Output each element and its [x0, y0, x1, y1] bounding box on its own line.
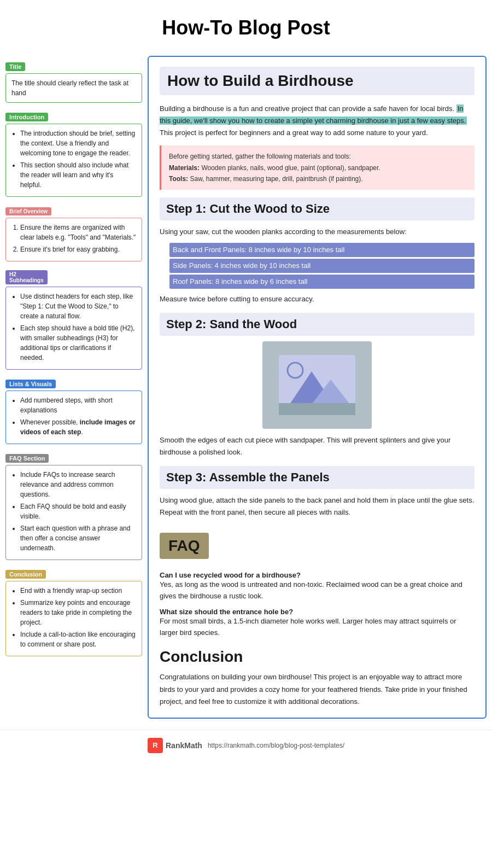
- overview-item-2: Ensure it's brief for easy grabbing.: [20, 244, 136, 254]
- title-box: The title should clearly reflect the tas…: [5, 73, 142, 103]
- sidebar-faq-section: FAQ Section Include FAQs to increase sea…: [5, 453, 142, 560]
- article-intro: Building a birdhouse is a fun and creati…: [160, 103, 475, 139]
- materials-intro: Before getting started, gather the follo…: [169, 153, 351, 160]
- overview-label: Brief Overview: [5, 207, 51, 215]
- conclusion-item-2: Summarize key points and encourage reade…: [20, 598, 136, 627]
- intro-text-end: This project is perfect for beginners an…: [160, 129, 428, 137]
- faq-heading: FAQ: [160, 533, 209, 559]
- step1-item-2: Side Panels: 4 inches wide by 10 inches …: [169, 259, 475, 273]
- title-label: Title: [5, 62, 25, 71]
- faq-item-3: Start each question with a phrase and th…: [20, 523, 136, 553]
- content-area: How to Build a Birdhouse Building a bird…: [148, 56, 487, 719]
- sidebar-lists-section: Lists & Visuals Add numbered steps, with…: [5, 378, 142, 444]
- step3-text: Using wood glue, attach the side panels …: [160, 494, 475, 519]
- rankmath-logo: R RankMath: [148, 738, 202, 753]
- svg-rect-4: [279, 403, 355, 415]
- sidebar-conclusion-section: Conclusion End with a friendly wrap-up s…: [5, 569, 142, 656]
- step1-item-3: Roof Panels: 8 inches wide by 6 inches t…: [169, 275, 475, 289]
- faq-label: FAQ Section: [5, 454, 49, 463]
- intro-label: Introduction: [5, 113, 48, 121]
- h2-item-2: Each step should have a bold title (H2),…: [20, 323, 136, 363]
- step2-heading: Step 2: Sand the Wood: [160, 313, 475, 336]
- rm-icon: R: [148, 738, 163, 753]
- conclusion-heading: Conclusion: [160, 648, 475, 666]
- step2-image: [262, 341, 372, 429]
- step2-caption: Smooth the edges of each cut piece with …: [160, 434, 475, 458]
- faq-box: Include FAQs to increase search relevanc…: [5, 465, 142, 560]
- materials-list: Wooden planks, nails, wood glue, paint (…: [201, 164, 380, 172]
- conclusion-item-3: Include a call-to-action like encouragin…: [20, 630, 136, 649]
- footer-url: https://rankmath.com/blog/blog-post-temp…: [208, 742, 344, 749]
- overview-item-1: Ensure the items are organized with clea…: [20, 223, 136, 242]
- conclusion-item-1: End with a friendly wrap-up section: [20, 586, 136, 596]
- main-layout: Title The title should clearly reflect t…: [0, 50, 492, 724]
- conclusion-label: Conclusion: [5, 570, 46, 579]
- conclusion-text: Congratulations on building your own bir…: [160, 671, 475, 707]
- sidebar-h2-section: H2Subheadings Use distinct headers for e…: [5, 270, 142, 370]
- intro-text-start: Building a birdhouse is a fun and creati…: [160, 104, 454, 113]
- tools-list: Saw, hammer, measuring tape, drill, pain…: [190, 175, 362, 183]
- brand-name: RankMath: [166, 741, 202, 750]
- materials-box: Before getting started, gather the follo…: [160, 145, 475, 190]
- step1-item-1: Back and Front Panels: 8 inches wide by …: [169, 243, 475, 257]
- faq-q2: What size should the entrance hole be?: [160, 608, 475, 616]
- lists-label: Lists & Visuals: [5, 380, 56, 388]
- faq-a2: For most small birds, a 1.5-inch diamete…: [160, 616, 475, 639]
- conclusion-section: Conclusion Congratulations on building y…: [160, 648, 475, 707]
- overview-box: Ensure the items are organized with clea…: [5, 218, 142, 261]
- faq-item-1: Include FAQs to increase search relevanc…: [20, 470, 136, 499]
- faq-q1: Can I use recycled wood for a birdhouse?: [160, 571, 475, 579]
- sidebar-title-section: Title The title should clearly reflect t…: [5, 61, 142, 103]
- lists-box: Add numbered steps, with short explanati…: [5, 391, 142, 444]
- lists-item-1: Add numbered steps, with short explanati…: [20, 395, 136, 415]
- h2-box: Use distinct headers for each step, like…: [5, 287, 142, 370]
- step1-intro: Using your saw, cut the wooden planks ac…: [160, 226, 475, 238]
- title-description: The title should clearly reflect the tas…: [11, 79, 128, 97]
- step1-list: Back and Front Panels: 8 inches wide by …: [169, 243, 475, 289]
- intro-item-2: This section should also include what th…: [20, 160, 136, 190]
- sidebar-overview-section: Brief Overview Ensure the items are orga…: [5, 206, 142, 261]
- faq-a1: Yes, as long as the wood is untreated an…: [160, 579, 475, 602]
- h2-item-1: Use distinct headers for each step, like…: [20, 292, 136, 321]
- step1-footer: Measure twice before cutting to ensure a…: [160, 293, 475, 305]
- h2-label: H2Subheadings: [5, 270, 48, 284]
- faq-item-2: Each FAQ should be bold and easily visib…: [20, 502, 136, 521]
- footer: R RankMath https://rankmath.com/blog/blo…: [0, 730, 492, 761]
- step3-heading: Step 3: Assemble the Panels: [160, 466, 475, 489]
- step1-heading: Step 1: Cut the Wood to Size: [160, 197, 475, 220]
- article-title: How to Build a Birdhouse: [160, 67, 475, 95]
- conclusion-box: End with a friendly wrap-up section Summ…: [5, 581, 142, 656]
- sidebar-intro-section: Introduction The introduction should be …: [5, 112, 142, 197]
- page-title: How-To Blog Post: [0, 0, 492, 50]
- intro-item-1: The introduction should be brief, settin…: [20, 129, 136, 158]
- sidebar: Title The title should clearly reflect t…: [5, 50, 148, 724]
- lists-item-2: Whenever possible, include images or vid…: [20, 417, 136, 437]
- faq-section: FAQ Can I use recycled wood for a birdho…: [160, 523, 475, 638]
- intro-box: The introduction should be brief, settin…: [5, 124, 142, 197]
